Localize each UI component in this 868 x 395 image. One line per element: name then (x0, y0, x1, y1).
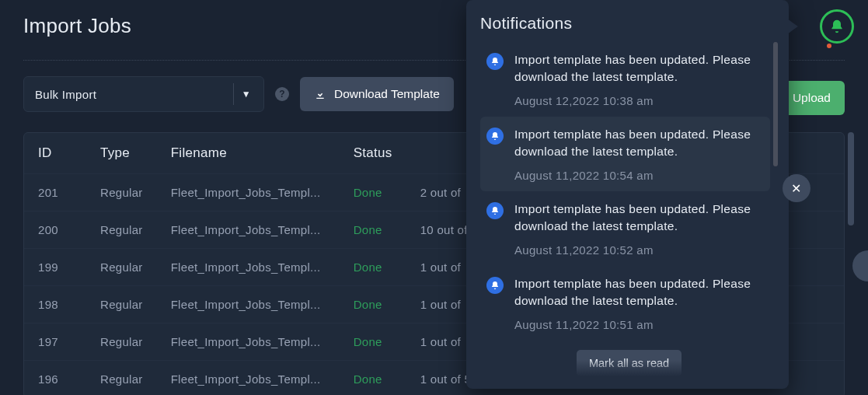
close-icon: ✕ (791, 181, 801, 196)
upload-label: Upload (793, 91, 831, 105)
bell-icon (486, 53, 504, 70)
notification-date: August 11,2022 10:52 am (514, 243, 764, 257)
cell-filename: Fleet_Import_Jobs_Templ... (157, 249, 340, 286)
notification-body: Import template has been updated. Please… (514, 126, 764, 182)
col-status: Status (340, 133, 406, 174)
cell-status: Done (340, 174, 406, 211)
mark-all-read-button[interactable]: Mark all as read (577, 350, 682, 376)
cell-status: Done (340, 286, 406, 323)
bell-icon (486, 277, 504, 294)
notifications-title: Notifications (480, 14, 778, 33)
cell-id: 198 (24, 286, 86, 323)
notification-message: Import template has been updated. Please… (514, 126, 764, 161)
notifications-list[interactable]: Import template has been updated. Please… (480, 42, 778, 344)
notifications-panel: Notifications Import template has been u… (466, 0, 789, 389)
download-template-button[interactable]: Download Template (300, 77, 454, 111)
notification-item[interactable]: Import template has been updated. Please… (480, 191, 770, 266)
select-value: Bulk Import (35, 88, 96, 101)
cell-type: Regular (86, 211, 157, 249)
notification-message: Import template has been updated. Please… (514, 51, 764, 86)
cell-type: Regular (86, 323, 157, 361)
cell-status: Done (340, 211, 406, 249)
notification-item[interactable]: Import template has been updated. Please… (480, 266, 770, 341)
page-scrollbar[interactable] (848, 132, 854, 225)
cell-type: Regular (86, 249, 157, 286)
info-icon[interactable]: ? (275, 87, 289, 101)
notif-scrollbar-thumb[interactable] (773, 42, 778, 166)
select-divider (233, 83, 234, 105)
cell-filename: Fleet_Import_Jobs_Templ... (157, 323, 340, 361)
notification-date: August 11,2022 10:51 am (514, 318, 764, 331)
notification-date: August 11,2022 10:54 am (514, 169, 764, 182)
cell-filename: Fleet_Import_Jobs_Templ... (157, 211, 340, 249)
close-button[interactable]: ✕ (783, 174, 810, 202)
col-filename: Filename (157, 133, 340, 174)
cell-status: Done (340, 361, 406, 396)
notification-message: Import template has been updated. Please… (514, 201, 764, 236)
bell-icon (486, 128, 504, 145)
cell-type: Regular (86, 286, 157, 323)
cell-id: 196 (24, 361, 86, 396)
bell-icon (486, 202, 504, 219)
col-type: Type (86, 133, 157, 174)
cell-filename: Fleet_Import_Jobs_Templ... (157, 286, 340, 323)
cell-status: Done (340, 249, 406, 286)
notification-item[interactable]: Import template has been updated. Please… (480, 117, 770, 191)
col-id: ID (24, 133, 86, 174)
notification-body: Import template has been updated. Please… (514, 201, 764, 257)
notif-scrollbar[interactable] (773, 42, 778, 316)
cell-id: 200 (24, 211, 86, 249)
chevron-down-icon: ▼ (239, 89, 254, 100)
cell-filename: Fleet_Import_Jobs_Templ... (157, 174, 340, 211)
download-template-label: Download Template (334, 87, 440, 101)
notification-body: Import template has been updated. Please… (514, 51, 764, 107)
bell-icon (829, 19, 845, 34)
cell-type: Regular (86, 361, 157, 396)
cell-id: 199 (24, 249, 86, 286)
cell-id: 201 (24, 174, 86, 211)
notification-message: Import template has been updated. Please… (514, 275, 764, 310)
import-type-select[interactable]: Bulk Import ▼ (23, 76, 264, 112)
cell-id: 197 (24, 323, 86, 361)
download-icon (314, 88, 326, 100)
notification-date: August 12,2022 10:38 am (514, 94, 764, 107)
cell-type: Regular (86, 174, 157, 211)
notif-panel-pointer (787, 19, 798, 34)
cell-status: Done (340, 323, 406, 361)
notifications-unread-dot (827, 44, 831, 48)
notification-item[interactable]: Import template has been updated. Please… (480, 42, 770, 117)
cell-filename: Fleet_Import_Jobs_Templ... (157, 361, 340, 396)
notification-body: Import template has been updated. Please… (514, 275, 764, 331)
notifications-bell-button[interactable] (820, 9, 854, 44)
